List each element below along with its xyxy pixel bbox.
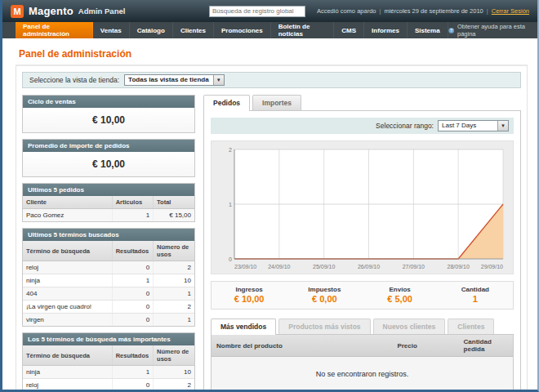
help-link[interactable]: ? Obtener ayuda para esta página (448, 22, 529, 38)
tab-orders[interactable]: Pedidos (203, 95, 250, 111)
col-header: Cliente (23, 196, 112, 209)
lifetime-sales-title: Ciclo de ventas (23, 96, 194, 108)
chevron-down-icon: ▼ (497, 121, 508, 131)
col-header: Resultados (112, 345, 153, 366)
admin-header: M Magento Admin Panel Accedió como apard… (2, 0, 537, 22)
svg-text:25/09/10: 25/09/10 (313, 264, 335, 270)
tab-customers[interactable]: Clientes (448, 318, 494, 334)
svg-text:?: ? (450, 28, 452, 33)
average-orders-title: Promedio de importe de pedidos (23, 140, 194, 152)
col-header: Total (154, 196, 194, 209)
chart-tabs: Pedidos Importes (203, 95, 521, 110)
totals-bar: Ingresos € 10,00 Impuestos € 0,00 Envios… (211, 281, 514, 310)
products-tabs: Más vendidos Productos más vistos Nuevos… (211, 318, 514, 334)
svg-text:28/09/10: 28/09/10 (448, 264, 470, 270)
right-column: Pedidos Importes Seleccionar rango: Last… (203, 95, 521, 392)
orders-panel: Seleccionar rango: Last 7 Days ▼ 01223/0… (203, 110, 521, 392)
range-selector-strip: Seleccionar rango: Last 7 Days ▼ (211, 118, 514, 134)
page-content: Panel de administración Seleccione la vi… (2, 38, 537, 392)
left-column: Ciclo de ventas € 10,00 Promedio de impo… (22, 95, 195, 392)
col-header: Número de usos (154, 345, 194, 366)
average-orders-value: € 10,00 (23, 152, 194, 176)
nav-item-reports[interactable]: Informes (364, 22, 408, 38)
nav-item-sales[interactable]: Ventas (93, 22, 130, 38)
svg-text:24/09/10: 24/09/10 (268, 264, 290, 270)
nav-item-catalog[interactable]: Catálogo (130, 22, 173, 38)
chevron-down-icon: ▼ (213, 75, 224, 85)
total-revenue: Ingresos € 10,00 (212, 286, 287, 304)
page-title: Panel de administración (19, 48, 528, 60)
col-header: Número de usos (154, 241, 194, 261)
table-row[interactable]: ¡La virgen que cuadro! 0 2 (23, 301, 194, 314)
global-search-input[interactable] (209, 6, 305, 17)
nav-item-promotions[interactable]: Promociones (214, 22, 271, 38)
table-row[interactable]: reloj 0 2 (23, 261, 194, 274)
dashboard-container: Seleccione la vista de tienda: Todas las… (16, 65, 528, 392)
last-orders-title: Ultimos 5 pedidos (23, 184, 194, 196)
col-header: Nombre del producto (212, 335, 392, 357)
nav-item-newsletter[interactable]: Boletín de noticias (271, 22, 335, 38)
main-nav: Panel de administración Ventas Catálogo … (2, 22, 537, 38)
empty-records-message: No se encontraron registros. (212, 357, 513, 392)
brand-name: Magento (29, 5, 74, 17)
svg-text:29/09/10: 29/09/10 (481, 264, 503, 270)
nav-item-customers[interactable]: Clientes (173, 22, 214, 38)
range-select[interactable]: Last 7 Days ▼ (438, 120, 509, 131)
table-row[interactable]: reloj 0 2 (23, 379, 194, 392)
col-header: Resultados (112, 241, 153, 261)
last-search-terms-table: Término de búsqueda Resultados Número de… (23, 241, 194, 326)
table-row[interactable]: virgen 0 1 (23, 314, 194, 327)
top-search-terms-title: Los 5 términos de búsqueda más important… (23, 333, 194, 345)
current-date: miércoles 29 de septiembre de 2010 (384, 7, 483, 15)
nav-item-system[interactable]: Sistema (408, 22, 448, 38)
store-view-label: Seleccione la vista de tienda: (29, 76, 119, 84)
logout-link[interactable]: Cerrar Sesión (492, 7, 529, 15)
lifetime-sales-box: Ciclo de ventas € 10,00 (22, 95, 195, 133)
last-search-terms-box: Ultimos 5 términos buscados Término de b… (22, 228, 195, 327)
col-header: Articulos (112, 196, 153, 209)
table-row[interactable]: 404 0 1 (23, 287, 194, 301)
store-view-select[interactable]: Todas las vistas de tienda ▼ (124, 74, 225, 86)
last-orders-box: Ultimos 5 pedidos Cliente Articulos Tota… (22, 183, 195, 222)
average-orders-box: Promedio de importe de pedidos € 10,00 (22, 139, 195, 177)
nav-item-dashboard[interactable]: Panel de administración (16, 22, 93, 38)
last-search-terms-title: Ultimos 5 términos buscados (23, 229, 194, 241)
table-row[interactable]: ninja 1 10 (23, 366, 194, 379)
top-search-terms-box: Los 5 términos de búsqueda más important… (22, 332, 195, 392)
tab-bestsellers[interactable]: Más vendidos (211, 318, 276, 335)
range-label: Seleccionar rango: (376, 122, 434, 130)
table-row[interactable]: Paco Gomez 1 € 15,00 (23, 209, 194, 222)
svg-text:26/09/10: 26/09/10 (358, 264, 380, 270)
logged-in-as: Accedió como apardo (317, 7, 376, 15)
last-orders-table: Cliente Articulos Total Paco Gomez 1 € 1… (23, 196, 194, 221)
top-search-terms-table: Término de búsqueda Resultados Número de… (23, 345, 194, 392)
tab-most-viewed[interactable]: Productos más vistos (278, 318, 370, 334)
total-quantity: Cantidad 1 (438, 286, 513, 304)
tab-amounts[interactable]: Importes (252, 95, 301, 110)
orders-chart-area: 01223/09/1024/09/1025/09/1026/09/1027/09… (211, 140, 514, 274)
browser-window: M Magento Admin Panel Accedió como apard… (0, 0, 539, 392)
range-value: Last 7 Days (439, 121, 497, 131)
header-user-info: Accedió como apardo|miércoles 29 de sept… (317, 7, 529, 15)
tab-new-customers[interactable]: Nuevos clientes (373, 318, 446, 334)
help-label: Obtener ayuda para esta página (457, 23, 529, 38)
magento-logo-icon: M (11, 5, 24, 18)
store-view-selector: Seleccione la vista de tienda: Todas las… (22, 72, 521, 88)
svg-text:0: 0 (229, 256, 232, 262)
col-header: Precio (392, 335, 458, 357)
col-header: Término de búsqueda (23, 241, 112, 261)
svg-text:23/09/10: 23/09/10 (234, 264, 256, 270)
brand-suffix: Admin Panel (78, 7, 126, 16)
svg-text:2: 2 (229, 147, 232, 153)
orders-chart: 01223/09/1024/09/1025/09/1026/09/1027/09… (213, 143, 511, 272)
total-shipping: Envios € 5,00 (363, 286, 438, 304)
total-tax: Impuestos € 0,00 (287, 286, 362, 304)
svg-text:1: 1 (229, 202, 232, 207)
store-view-value: Todas las vistas de tienda (125, 75, 213, 85)
bestsellers-grid: Nombre del producto Precio Cantidad pedi… (211, 334, 514, 392)
lifetime-sales-value: € 10,00 (23, 108, 194, 132)
table-row[interactable]: ninja 1 10 (23, 274, 194, 287)
col-header: Cantidad pedida (459, 335, 513, 357)
col-header: Término de búsqueda (23, 345, 112, 366)
nav-item-cms[interactable]: CMS (334, 22, 364, 38)
